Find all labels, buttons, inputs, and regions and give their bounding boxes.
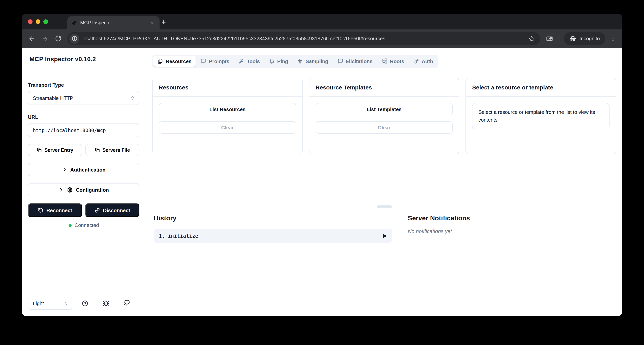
notifications-title: Server Notifications <box>408 214 614 222</box>
tab-elicitations[interactable]: Elicitations <box>333 56 377 66</box>
hash-icon <box>298 58 303 64</box>
bookmark-star-icon[interactable] <box>527 34 536 43</box>
toolbar-divider <box>560 35 560 42</box>
unplug-icon <box>94 208 100 213</box>
tab-sampling[interactable]: Sampling <box>293 56 332 66</box>
tab-roots[interactable]: Roots <box>378 56 408 66</box>
sidebar-footer: Light <box>22 290 146 316</box>
github-icon[interactable] <box>118 300 136 307</box>
copy-icon <box>37 148 42 152</box>
connection-status: Connected <box>28 222 140 228</box>
history-item-text: 1. initialize <box>159 233 198 239</box>
tab-label: Ping <box>277 58 288 64</box>
tab-title: MCP Inspector <box>80 20 146 26</box>
transport-type-value: Streamable HTTP <box>33 95 73 101</box>
reconnect-label: Reconnect <box>46 207 72 213</box>
clear-resources-button[interactable]: Clear <box>159 121 296 134</box>
history-panel: History 1. initialize <box>146 207 400 316</box>
tab-close-icon[interactable] <box>149 19 156 26</box>
app-title: MCP Inspector v0.16.2 <box>30 56 138 63</box>
browser-tabstrip: MCP Inspector <box>22 14 622 30</box>
tab-tools[interactable]: Tools <box>234 56 264 66</box>
tab-resources[interactable]: Resources <box>153 56 196 66</box>
resource-templates-card: Resource Templates List Templates Clear <box>309 78 459 154</box>
notifications-empty-text: No notifications yet <box>408 228 614 234</box>
new-tab-button[interactable] <box>158 17 169 28</box>
tree-icon <box>382 58 387 64</box>
server-url-input[interactable]: http://localhost:8080/mcp <box>28 123 140 137</box>
close-window-button[interactable] <box>28 19 32 24</box>
list-templates-button[interactable]: List Templates <box>316 103 453 116</box>
tab-auth[interactable]: Auth <box>409 56 438 66</box>
chevrons-up-down-icon <box>130 96 135 100</box>
browser-tab[interactable]: MCP Inspector <box>68 16 160 30</box>
hammer-icon <box>238 58 244 64</box>
bell-icon <box>269 58 274 64</box>
tab-label: Tools <box>247 58 260 64</box>
key-icon <box>414 58 419 64</box>
tab-prompts[interactable]: Prompts <box>196 56 234 66</box>
resources-card: Resources List Resources Clear <box>152 78 303 154</box>
reload-button[interactable] <box>52 32 64 45</box>
server-notifications-panel: Server Notifications No notifications ye… <box>400 207 622 316</box>
sidebar: MCP Inspector v0.16.2 Transport Type Str… <box>22 48 146 316</box>
resource-detail-card: Select a resource or template Select a r… <box>466 78 616 154</box>
clear-templates-button[interactable]: Clear <box>316 121 453 134</box>
tab-ping[interactable]: Ping <box>265 56 292 66</box>
gear-icon <box>67 187 73 193</box>
templates-card-title: Resource Templates <box>316 84 453 90</box>
url-label: URL <box>28 114 140 120</box>
status-label: Connected <box>74 222 99 228</box>
files-icon <box>158 58 163 64</box>
back-button[interactable] <box>26 32 38 45</box>
status-dot <box>68 224 72 227</box>
disconnect-label: Disconnect <box>103 207 130 213</box>
address-bar[interactable]: localhost:6274/?MCP_PROXY_AUTH_TOKEN=9e7… <box>68 32 540 45</box>
list-resources-button[interactable]: List Resources <box>159 103 296 116</box>
minimize-window-button[interactable] <box>36 19 40 24</box>
history-item[interactable]: 1. initialize <box>154 229 392 243</box>
url-text[interactable]: localhost:6274/?MCP_PROXY_AUTH_TOKEN=9e7… <box>82 36 527 42</box>
tab-label: Roots <box>390 58 404 64</box>
theme-select[interactable]: Light <box>28 296 72 310</box>
browser-toolbar: localhost:6274/?MCP_PROXY_AUTH_TOKEN=9e7… <box>22 30 622 48</box>
main-area: Resources Prompts Tools Ping <box>146 48 622 316</box>
incognito-badge: Incognito <box>564 32 605 45</box>
expand-play-icon <box>383 234 387 238</box>
reconnect-button[interactable]: Reconnect <box>28 203 82 217</box>
app-tabs: Resources Prompts Tools Ping <box>152 54 438 68</box>
authentication-toggle[interactable]: Authentication <box>28 163 140 176</box>
detail-placeholder: Select a resource or template from the l… <box>472 103 610 130</box>
side-panel-search-icon[interactable] <box>543 32 556 45</box>
sidebar-header: MCP Inspector v0.16.2 <box>22 48 146 71</box>
resources-card-title: Resources <box>159 84 296 90</box>
splitter-drag-handle[interactable] <box>377 205 392 208</box>
server-entry-label: Server Entry <box>44 147 74 153</box>
zoom-window-button[interactable] <box>43 19 48 24</box>
history-title: History <box>154 214 392 222</box>
desktop: MCP Inspector <box>0 0 644 345</box>
chevrons-up-down-icon <box>64 301 68 306</box>
transport-type-select[interactable]: Streamable HTTP <box>28 91 140 105</box>
horizontal-splitter[interactable] <box>146 207 622 207</box>
configuration-toggle[interactable]: Configuration <box>28 183 140 196</box>
server-entry-button[interactable]: Server Entry <box>28 144 82 156</box>
site-info-icon[interactable] <box>69 34 80 44</box>
disconnect-button[interactable]: Disconnect <box>85 203 140 217</box>
authentication-label: Authentication <box>70 167 106 172</box>
app-content: MCP Inspector v0.16.2 Transport Type Str… <box>22 48 622 316</box>
mcp-favicon-icon <box>71 20 77 26</box>
servers-file-button[interactable]: Servers File <box>85 144 140 156</box>
detail-card-title: Select a resource or template <box>472 84 610 90</box>
help-icon[interactable] <box>76 300 94 306</box>
forward-button[interactable] <box>39 32 51 45</box>
browser-menu-icon[interactable] <box>608 33 618 44</box>
browser-window: MCP Inspector <box>22 14 622 316</box>
traffic-lights <box>22 19 55 24</box>
resources-view: Resources Prompts Tools Ping <box>146 48 622 207</box>
tab-label: Elicitations <box>346 58 372 64</box>
bug-icon[interactable] <box>98 300 114 306</box>
theme-value: Light <box>33 300 44 306</box>
chevron-right-icon <box>62 167 67 172</box>
configuration-label: Configuration <box>76 187 109 193</box>
